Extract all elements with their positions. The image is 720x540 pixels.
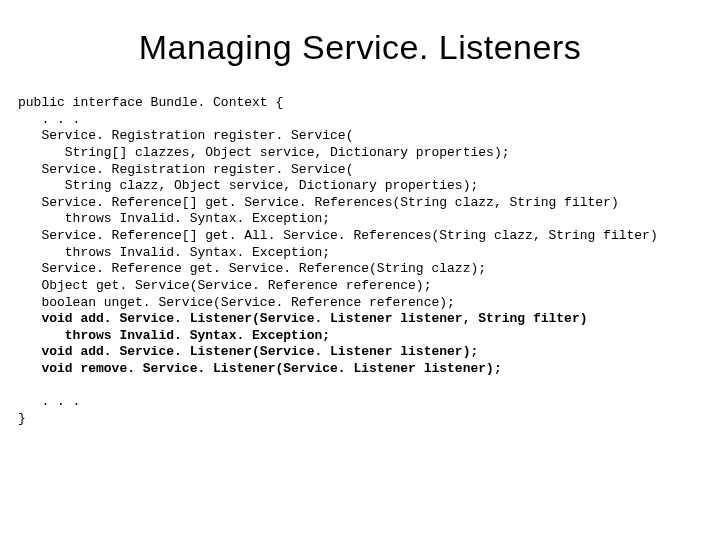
code-line: } [18, 411, 26, 426]
code-line-bold: void add. Service. Listener(Service. Lis… [18, 344, 478, 359]
code-line-bold: void remove. Service. Listener(Service. … [18, 361, 502, 376]
slide: Managing Service. Listeners public inter… [0, 0, 720, 540]
code-line: boolean unget. Service(Service. Referenc… [18, 295, 455, 310]
code-line: throws Invalid. Syntax. Exception; [18, 245, 330, 260]
code-line: String clazz, Object service, Dictionary… [18, 178, 478, 193]
code-line: String[] clazzes, Object service, Dictio… [18, 145, 509, 160]
code-line: Service. Registration register. Service( [18, 162, 353, 177]
code-line: Service. Reference[] get. Service. Refer… [18, 195, 619, 210]
code-line-bold: void add. Service. Listener(Service. Lis… [18, 311, 588, 326]
slide-title: Managing Service. Listeners [18, 28, 702, 67]
code-line: Service. Reference[] get. All. Service. … [18, 228, 658, 243]
code-line: throws Invalid. Syntax. Exception; [18, 211, 330, 226]
code-line: Object get. Service(Service. Reference r… [18, 278, 431, 293]
code-line: Service. Reference get. Service. Referen… [18, 261, 486, 276]
code-line-bold: throws Invalid. Syntax. Exception; [18, 328, 330, 343]
code-block: public interface Bundle. Context { . . .… [18, 95, 702, 428]
code-line: . . . [18, 394, 80, 409]
code-line: . . . [18, 112, 80, 127]
code-line: Service. Registration register. Service( [18, 128, 353, 143]
code-line: public interface Bundle. Context { [18, 95, 283, 110]
